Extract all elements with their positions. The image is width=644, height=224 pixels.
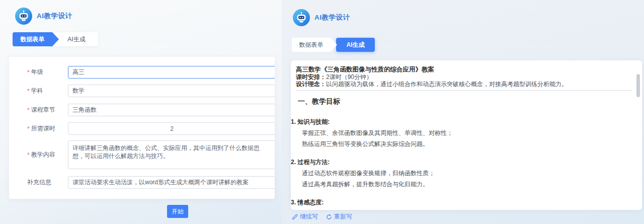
objective-item-process: 2. 过程与方法: 通过动态软件观察图像变换规律，归纳函数性质； 通过高考真题拆… [296, 157, 632, 190]
required-asterisk: * [27, 69, 30, 76]
form-field-subject: * 学科 [9, 85, 275, 97]
tab-label: 数据表单 [299, 41, 324, 48]
form-panel: AI教学设计 AI生成 数据表单 * 年级 * 学科 [0, 0, 282, 224]
robot-logo-icon [293, 9, 310, 26]
document-meta-concept: 设计理念：以问题驱动为载体，通过小组合作和动态演示突破核心概念，对接高考题型训练… [296, 81, 632, 88]
item-line: 掌握正弦、余弦函数图像及其周期性、单调性、对称性； [296, 127, 632, 138]
required-asterisk: * [27, 88, 30, 95]
objective-item-knowledge: 1. 知识与技能: 掌握正弦、余弦函数图像及其周期性、单调性、对称性； 熟练运用… [296, 116, 632, 150]
label-text: 所需课时 [31, 124, 55, 133]
rewrite-link[interactable]: 重新写 [326, 212, 352, 221]
grade-input[interactable] [68, 66, 275, 79]
item-line: 熟练运用三角恒等变换公式解决实际综合问题。 [296, 138, 632, 150]
generated-document: 高三数学《三角函数图像与性质的综合应用》教案 课时安排：2课时（90分钟） 设计… [296, 65, 632, 210]
continue-writing-link[interactable]: 继续写 [292, 212, 318, 221]
tab-data-form[interactable]: 数据表单 [13, 32, 59, 46]
tab-label: AI生成 [347, 41, 365, 48]
tab-data-form[interactable]: 数据表单 [292, 38, 337, 52]
edit-pencil-icon [292, 214, 298, 220]
meta-label: 设计理念： [296, 81, 326, 88]
form-field-chapter: * 课程章节 [9, 104, 275, 116]
app-title: AI教学设计 [37, 12, 72, 21]
label-text: 教学内容 [31, 151, 55, 159]
subject-input[interactable] [68, 85, 275, 97]
field-label-hours: * 所需课时 [27, 124, 68, 133]
label-text: 年级 [31, 68, 43, 77]
form-field-content: * 教学内容 详细讲解三角函数的概念、公式、实际应用，其中运用到了什么数据思想，… [9, 140, 275, 169]
label-text: 课程章节 [31, 106, 55, 114]
tab-label: 数据表单 [21, 36, 45, 43]
action-label: 继续写 [300, 212, 318, 221]
page: AI教学设计 AI生成 数据表单 * 年级 * 学科 [0, 0, 644, 224]
document-divider [296, 90, 632, 91]
right-step-tabs: AI生成 数据表单 [292, 38, 382, 52]
field-label-grade: * 年级 [27, 68, 68, 77]
document-title: 高三数学《三角函数图像与性质的综合应用》教案 [296, 65, 632, 73]
required-asterisk: * [27, 107, 30, 114]
label-text: 学科 [31, 87, 43, 95]
field-label-content: * 教学内容 [27, 151, 68, 159]
meta-text: 以问题驱动为载体，通过小组合作和动态演示突破核心概念，对接高考题型训练分析能力。 [326, 81, 568, 88]
item-heading: 1. 知识与技能: [291, 116, 632, 127]
required-asterisk: * [27, 125, 30, 132]
tab-label: AI生成 [67, 36, 85, 43]
generated-document-card: 高三数学《三角函数图像与性质的综合应用》教案 课时安排：2课时（90分钟） 设计… [291, 60, 642, 210]
chapter-input[interactable] [68, 104, 275, 116]
required-asterisk: * [27, 152, 30, 159]
left-step-tabs: AI生成 数据表单 [13, 32, 93, 46]
item-line: 感受三角函数在物理、工程中的实用价值； [296, 208, 632, 210]
refresh-icon [326, 214, 332, 220]
form-field-hours: * 所需课时 [9, 122, 275, 135]
action-label: 重新写 [334, 212, 352, 221]
app-brand: AI教学设计 [293, 9, 350, 26]
document-meta-hours: 课时安排：2课时（90分钟） [296, 73, 632, 81]
scrollbar-thumb[interactable] [636, 74, 640, 97]
item-line: 通过高考真题拆解，提升数形结合与化归能力。 [296, 179, 632, 190]
field-label-chapter: * 课程章节 [27, 106, 68, 114]
section-heading: 一、教学目标 [298, 98, 632, 105]
item-heading: 2. 过程与方法: [291, 157, 632, 168]
meta-label: 课时安排： [296, 73, 326, 81]
app-brand: AI教学设计 [15, 8, 72, 25]
item-heading: 3. 情感态度: [291, 197, 632, 208]
item-line: 通过动态软件观察图像变换规律，归纳函数性质； [296, 168, 632, 179]
form-field-grade: * 年级 [9, 66, 275, 79]
objective-item-emotion: 3. 情感态度: 感受三角函数在物理、工程中的实用价值； [296, 197, 632, 210]
field-label-extra: 补充信息 [27, 178, 68, 187]
hours-input[interactable] [68, 122, 275, 135]
teaching-content-textarea[interactable]: 详细讲解三角函数的概念、公式、实际应用，其中运用到了什么数据思想，可以运用什么解… [68, 140, 275, 169]
tab-ai-generate[interactable]: AI生成 [336, 38, 375, 52]
form-field-extra: 补充信息 [9, 176, 275, 189]
result-panel: AI教学设计 AI生成 数据表单 高三数学《三角函数图像与性质的综合应用》教案 … [282, 0, 644, 224]
extra-info-input[interactable] [68, 176, 275, 189]
result-actions: 继续写 重新写 [292, 212, 352, 221]
field-label-subject: * 学科 [27, 87, 68, 95]
start-button[interactable]: 开始 [167, 205, 188, 218]
meta-text: 2课时（90分钟） [326, 73, 372, 81]
robot-logo-icon [15, 8, 32, 25]
form-card: * 年级 * 学科 * 课程章节 [9, 57, 275, 199]
label-text: 补充信息 [27, 178, 51, 187]
app-title: AI教学设计 [314, 13, 350, 22]
